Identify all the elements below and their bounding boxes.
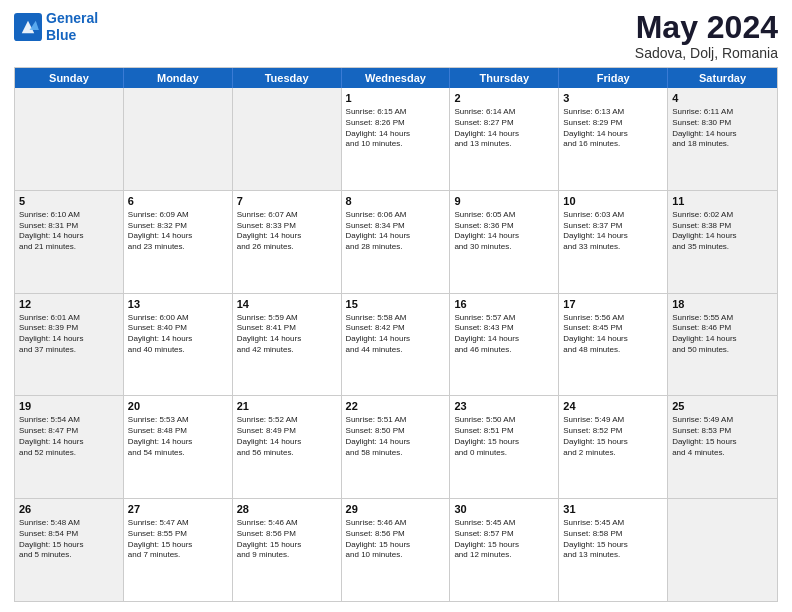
calendar-cell: 4Sunrise: 6:11 AM Sunset: 8:30 PM Daylig… (668, 88, 777, 190)
day-number: 26 (19, 502, 119, 517)
day-info: Sunrise: 5:57 AM Sunset: 8:43 PM Dayligh… (454, 313, 554, 356)
day-info: Sunrise: 5:48 AM Sunset: 8:54 PM Dayligh… (19, 518, 119, 561)
day-number: 30 (454, 502, 554, 517)
weekday-header: Friday (559, 68, 668, 88)
day-info: Sunrise: 6:01 AM Sunset: 8:39 PM Dayligh… (19, 313, 119, 356)
calendar-cell: 30Sunrise: 5:45 AM Sunset: 8:57 PM Dayli… (450, 499, 559, 601)
day-number: 10 (563, 194, 663, 209)
title-block: May 2024 Sadova, Dolj, Romania (635, 10, 778, 61)
day-number: 25 (672, 399, 773, 414)
weekday-header: Saturday (668, 68, 777, 88)
day-number: 5 (19, 194, 119, 209)
weekday-header: Wednesday (342, 68, 451, 88)
calendar-cell: 21Sunrise: 5:52 AM Sunset: 8:49 PM Dayli… (233, 396, 342, 498)
calendar-cell: 16Sunrise: 5:57 AM Sunset: 8:43 PM Dayli… (450, 294, 559, 396)
logo: General Blue (14, 10, 98, 44)
calendar-cell: 6Sunrise: 6:09 AM Sunset: 8:32 PM Daylig… (124, 191, 233, 293)
calendar-cell: 13Sunrise: 6:00 AM Sunset: 8:40 PM Dayli… (124, 294, 233, 396)
calendar-cell: 5Sunrise: 6:10 AM Sunset: 8:31 PM Daylig… (15, 191, 124, 293)
calendar-cell: 7Sunrise: 6:07 AM Sunset: 8:33 PM Daylig… (233, 191, 342, 293)
calendar-cell: 24Sunrise: 5:49 AM Sunset: 8:52 PM Dayli… (559, 396, 668, 498)
day-number: 2 (454, 91, 554, 106)
day-info: Sunrise: 6:00 AM Sunset: 8:40 PM Dayligh… (128, 313, 228, 356)
day-info: Sunrise: 6:07 AM Sunset: 8:33 PM Dayligh… (237, 210, 337, 253)
calendar-cell: 1Sunrise: 6:15 AM Sunset: 8:26 PM Daylig… (342, 88, 451, 190)
day-number: 31 (563, 502, 663, 517)
calendar-row: 12Sunrise: 6:01 AM Sunset: 8:39 PM Dayli… (15, 294, 777, 397)
day-info: Sunrise: 5:50 AM Sunset: 8:51 PM Dayligh… (454, 415, 554, 458)
day-number: 19 (19, 399, 119, 414)
day-info: Sunrise: 5:47 AM Sunset: 8:55 PM Dayligh… (128, 518, 228, 561)
calendar-cell (15, 88, 124, 190)
logo-text: General Blue (46, 10, 98, 44)
calendar-cell: 8Sunrise: 6:06 AM Sunset: 8:34 PM Daylig… (342, 191, 451, 293)
calendar-cell: 29Sunrise: 5:46 AM Sunset: 8:56 PM Dayli… (342, 499, 451, 601)
calendar-cell (233, 88, 342, 190)
day-number: 13 (128, 297, 228, 312)
day-info: Sunrise: 6:14 AM Sunset: 8:27 PM Dayligh… (454, 107, 554, 150)
calendar-cell: 17Sunrise: 5:56 AM Sunset: 8:45 PM Dayli… (559, 294, 668, 396)
day-info: Sunrise: 6:02 AM Sunset: 8:38 PM Dayligh… (672, 210, 773, 253)
day-number: 15 (346, 297, 446, 312)
day-info: Sunrise: 5:55 AM Sunset: 8:46 PM Dayligh… (672, 313, 773, 356)
calendar-cell: 20Sunrise: 5:53 AM Sunset: 8:48 PM Dayli… (124, 396, 233, 498)
calendar-cell: 25Sunrise: 5:49 AM Sunset: 8:53 PM Dayli… (668, 396, 777, 498)
day-number: 7 (237, 194, 337, 209)
day-number: 29 (346, 502, 446, 517)
day-info: Sunrise: 6:09 AM Sunset: 8:32 PM Dayligh… (128, 210, 228, 253)
calendar-cell: 31Sunrise: 5:45 AM Sunset: 8:58 PM Dayli… (559, 499, 668, 601)
day-info: Sunrise: 6:15 AM Sunset: 8:26 PM Dayligh… (346, 107, 446, 150)
day-info: Sunrise: 6:06 AM Sunset: 8:34 PM Dayligh… (346, 210, 446, 253)
day-number: 18 (672, 297, 773, 312)
day-info: Sunrise: 5:49 AM Sunset: 8:53 PM Dayligh… (672, 415, 773, 458)
calendar-cell (668, 499, 777, 601)
day-info: Sunrise: 5:51 AM Sunset: 8:50 PM Dayligh… (346, 415, 446, 458)
day-info: Sunrise: 5:45 AM Sunset: 8:57 PM Dayligh… (454, 518, 554, 561)
calendar-cell: 26Sunrise: 5:48 AM Sunset: 8:54 PM Dayli… (15, 499, 124, 601)
day-number: 4 (672, 91, 773, 106)
day-number: 1 (346, 91, 446, 106)
day-info: Sunrise: 6:05 AM Sunset: 8:36 PM Dayligh… (454, 210, 554, 253)
calendar-cell: 18Sunrise: 5:55 AM Sunset: 8:46 PM Dayli… (668, 294, 777, 396)
day-number: 21 (237, 399, 337, 414)
calendar: SundayMondayTuesdayWednesdayThursdayFrid… (14, 67, 778, 602)
day-number: 24 (563, 399, 663, 414)
day-info: Sunrise: 6:03 AM Sunset: 8:37 PM Dayligh… (563, 210, 663, 253)
day-info: Sunrise: 5:54 AM Sunset: 8:47 PM Dayligh… (19, 415, 119, 458)
day-number: 27 (128, 502, 228, 517)
calendar-cell: 19Sunrise: 5:54 AM Sunset: 8:47 PM Dayli… (15, 396, 124, 498)
calendar-cell: 12Sunrise: 6:01 AM Sunset: 8:39 PM Dayli… (15, 294, 124, 396)
calendar-cell: 15Sunrise: 5:58 AM Sunset: 8:42 PM Dayli… (342, 294, 451, 396)
day-number: 8 (346, 194, 446, 209)
calendar-cell: 2Sunrise: 6:14 AM Sunset: 8:27 PM Daylig… (450, 88, 559, 190)
day-number: 12 (19, 297, 119, 312)
day-info: Sunrise: 6:11 AM Sunset: 8:30 PM Dayligh… (672, 107, 773, 150)
calendar-cell: 14Sunrise: 5:59 AM Sunset: 8:41 PM Dayli… (233, 294, 342, 396)
weekday-header: Tuesday (233, 68, 342, 88)
calendar-cell: 9Sunrise: 6:05 AM Sunset: 8:36 PM Daylig… (450, 191, 559, 293)
calendar-cell: 23Sunrise: 5:50 AM Sunset: 8:51 PM Dayli… (450, 396, 559, 498)
calendar-row: 19Sunrise: 5:54 AM Sunset: 8:47 PM Dayli… (15, 396, 777, 499)
calendar-row: 26Sunrise: 5:48 AM Sunset: 8:54 PM Dayli… (15, 499, 777, 601)
day-number: 6 (128, 194, 228, 209)
page-header: General Blue May 2024 Sadova, Dolj, Roma… (14, 10, 778, 61)
day-number: 17 (563, 297, 663, 312)
calendar-cell (124, 88, 233, 190)
day-number: 28 (237, 502, 337, 517)
month-title: May 2024 (635, 10, 778, 45)
calendar-cell: 10Sunrise: 6:03 AM Sunset: 8:37 PM Dayli… (559, 191, 668, 293)
calendar-cell: 28Sunrise: 5:46 AM Sunset: 8:56 PM Dayli… (233, 499, 342, 601)
day-info: Sunrise: 5:52 AM Sunset: 8:49 PM Dayligh… (237, 415, 337, 458)
logo-icon (14, 13, 42, 41)
day-number: 9 (454, 194, 554, 209)
location: Sadova, Dolj, Romania (635, 45, 778, 61)
day-info: Sunrise: 5:46 AM Sunset: 8:56 PM Dayligh… (346, 518, 446, 561)
weekday-header: Sunday (15, 68, 124, 88)
day-info: Sunrise: 6:13 AM Sunset: 8:29 PM Dayligh… (563, 107, 663, 150)
day-number: 16 (454, 297, 554, 312)
day-number: 11 (672, 194, 773, 209)
day-info: Sunrise: 5:46 AM Sunset: 8:56 PM Dayligh… (237, 518, 337, 561)
calendar-row: 1Sunrise: 6:15 AM Sunset: 8:26 PM Daylig… (15, 88, 777, 191)
calendar-cell: 27Sunrise: 5:47 AM Sunset: 8:55 PM Dayli… (124, 499, 233, 601)
day-info: Sunrise: 5:56 AM Sunset: 8:45 PM Dayligh… (563, 313, 663, 356)
